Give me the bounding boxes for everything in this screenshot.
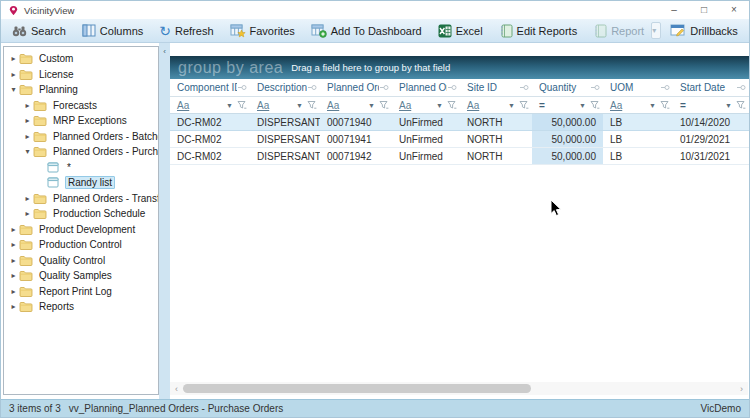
cell-start-date[interactable]: 10/14/2020	[673, 114, 749, 131]
expand-arrow-icon[interactable]: ▸	[8, 256, 19, 265]
filter-cell-quantity[interactable]: =▼	[532, 97, 603, 114]
group-by-bar[interactable]: group by area Drag a field here to group…	[170, 56, 749, 79]
edit-reports-button[interactable]: Edit Reports	[492, 20, 585, 42]
text-filter-icon[interactable]: Aa	[467, 100, 508, 111]
expand-arrow-icon[interactable]: ▸	[22, 209, 33, 218]
expand-arrow-icon[interactable]: ▸	[22, 194, 33, 203]
tree-item-custom[interactable]: ▸Custom	[4, 51, 158, 67]
tree-item-item[interactable]: *	[4, 160, 158, 176]
table-row[interactable]: DC-RM02DISPERSANT00071940UnFirmedNORTH50…	[170, 114, 749, 131]
cell-quantity[interactable]: 50,000.00	[532, 131, 603, 148]
expand-arrow-icon[interactable]: ▸	[8, 302, 19, 311]
filter-dropdown-icon[interactable]: ▼	[508, 102, 515, 109]
expand-arrow-icon[interactable]: ▸	[22, 116, 33, 125]
filter-cell-start-date[interactable]: =▼	[673, 97, 749, 114]
filter-dropdown-icon[interactable]: ▼	[579, 102, 586, 109]
pin-icon[interactable]	[307, 83, 317, 92]
filter-funnel-icon[interactable]	[379, 100, 389, 110]
tree-item-production-control[interactable]: ▸Production Control	[4, 237, 158, 253]
column-header-component-id[interactable]: Component ID	[170, 79, 250, 97]
text-filter-icon[interactable]: Aa	[257, 100, 296, 111]
filter-dropdown-icon[interactable]: ▼	[649, 102, 656, 109]
text-filter-icon[interactable]: Aa	[327, 100, 368, 111]
report-combo[interactable]: ▾	[651, 22, 661, 39]
pin-icon[interactable]	[736, 83, 746, 92]
equals-filter-icon[interactable]: =	[680, 100, 725, 111]
pin-icon[interactable]	[447, 83, 457, 92]
cell-start-date[interactable]: 01/29/2021	[673, 131, 749, 148]
filter-dropdown-icon[interactable]: ▼	[226, 102, 233, 109]
scroll-left-icon[interactable]: ‹	[170, 384, 183, 394]
filter-funnel-icon[interactable]	[307, 100, 317, 110]
expand-arrow-icon[interactable]: ▸	[22, 132, 33, 141]
cell-planned-order-st[interactable]: UnFirmed	[392, 148, 460, 165]
filter-cell-uom[interactable]: Aa▼	[603, 97, 673, 114]
table-row[interactable]: DC-RM02DISPERSANT00071942UnFirmedNORTH50…	[170, 148, 749, 165]
refresh-button[interactable]: ↻ Refresh	[152, 20, 220, 42]
tree-item-planned-orders-purchase-orders[interactable]: ▾Planned Orders - Purchase Orders	[4, 144, 158, 160]
cell-component-id[interactable]: DC-RM02	[170, 131, 250, 148]
cell-site-id[interactable]: NORTH	[460, 131, 532, 148]
expand-arrow-icon[interactable]: ▸	[22, 101, 33, 110]
cell-planned-order-st[interactable]: UnFirmed	[392, 114, 460, 131]
cell-planned-order-st[interactable]: UnFirmed	[392, 131, 460, 148]
filter-funnel-icon[interactable]	[590, 100, 600, 110]
expand-arrow-icon[interactable]: ▸	[8, 271, 19, 280]
tree-item-planned-orders-transfers[interactable]: ▸Planned Orders - Transfers	[4, 191, 158, 207]
drillbacks-button[interactable]: Drillbacks	[663, 20, 745, 42]
column-header-uom[interactable]: UOM	[603, 79, 673, 97]
columns-button[interactable]: Columns	[75, 20, 150, 42]
tree-item-quality-samples[interactable]: ▸Quality Samples	[4, 268, 158, 284]
cell-description[interactable]: DISPERSANT	[250, 131, 320, 148]
scroll-right-icon[interactable]: ›	[735, 384, 748, 394]
filter-dropdown-icon[interactable]: ▼	[436, 102, 443, 109]
maximize-button[interactable]: □	[689, 1, 719, 19]
minimize-button[interactable]: –	[659, 1, 689, 19]
cell-planned-order-n[interactable]: 00071941	[320, 131, 392, 148]
pin-icon[interactable]	[237, 83, 247, 92]
text-filter-icon[interactable]: Aa	[177, 100, 226, 111]
expand-arrow-icon[interactable]: ▸	[8, 225, 19, 234]
pin-icon[interactable]	[379, 83, 389, 92]
equals-filter-icon[interactable]: =	[539, 100, 579, 111]
filter-dropdown-icon[interactable]: ▼	[368, 102, 375, 109]
pin-icon[interactable]	[519, 83, 529, 92]
cell-site-id[interactable]: NORTH	[460, 148, 532, 165]
cell-quantity[interactable]: 50,000.00	[532, 114, 603, 131]
collapse-arrow-icon[interactable]: ▾	[22, 147, 33, 156]
scrollbar-track[interactable]	[183, 384, 735, 394]
cell-uom[interactable]: LB	[603, 131, 673, 148]
cell-component-id[interactable]: DC-RM02	[170, 114, 250, 131]
filter-cell-planned-order-n[interactable]: Aa▼	[320, 97, 392, 114]
panel-splitter[interactable]: ‹	[159, 43, 170, 399]
cell-component-id[interactable]: DC-RM02	[170, 148, 250, 165]
tree-item-product-development[interactable]: ▸Product Development	[4, 222, 158, 238]
filter-cell-description[interactable]: Aa▼	[250, 97, 320, 114]
tree-item-license[interactable]: ▸License	[4, 67, 158, 83]
filter-dropdown-icon[interactable]: ▼	[725, 102, 732, 109]
expand-arrow-icon[interactable]: ▸	[8, 287, 19, 296]
tree-item-planning[interactable]: ▾Planning	[4, 82, 158, 98]
filter-funnel-icon[interactable]	[519, 100, 529, 110]
text-filter-icon[interactable]: Aa	[399, 100, 436, 111]
expand-arrow-icon[interactable]: ▸	[8, 240, 19, 249]
cell-site-id[interactable]: NORTH	[460, 114, 532, 131]
filter-cell-planned-order-st[interactable]: Aa▼	[392, 97, 460, 114]
tree-item-mrp-exceptions[interactable]: ▸MRP Exceptions	[4, 113, 158, 129]
filter-funnel-icon[interactable]	[660, 100, 670, 110]
table-row[interactable]: DC-RM02DISPERSANT00071941UnFirmedNORTH50…	[170, 131, 749, 148]
filter-funnel-icon[interactable]	[237, 100, 247, 110]
filter-funnel-icon[interactable]	[447, 100, 457, 110]
collapse-arrow-icon[interactable]: ▾	[8, 85, 19, 94]
cell-quantity[interactable]: 50,000.00	[532, 148, 603, 165]
tree-item-planned-orders-batches[interactable]: ▸Planned Orders - Batches	[4, 129, 158, 145]
column-header-planned-order-n[interactable]: Planned Order N	[320, 79, 392, 97]
column-header-quantity[interactable]: Quantity	[532, 79, 603, 97]
pin-icon[interactable]	[660, 83, 670, 92]
filter-dropdown-icon[interactable]: ▼	[296, 102, 303, 109]
horizontal-scrollbar[interactable]: ‹ ›	[170, 382, 748, 395]
cell-uom[interactable]: LB	[603, 148, 673, 165]
filter-cell-component-id[interactable]: Aa▼	[170, 97, 250, 114]
close-button[interactable]: ×	[719, 1, 749, 19]
add-to-dashboard-button[interactable]: Add To Dashboard	[304, 20, 429, 42]
